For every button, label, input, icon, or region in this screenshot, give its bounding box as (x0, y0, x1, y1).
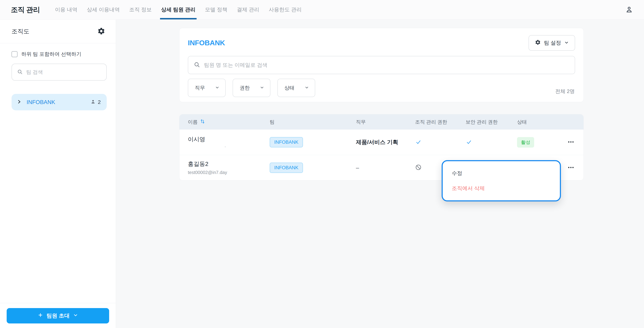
chevron-down-icon (305, 85, 309, 91)
team-panel: INFOBANK 팀 설정 (179, 28, 584, 102)
team-title: INFOBANK (188, 39, 225, 47)
plus-icon (38, 312, 43, 319)
chevron-down-icon (260, 85, 264, 91)
team-search-box (12, 64, 107, 80)
member-name-cell: 홍길동2 test00002@in7.day (188, 160, 270, 175)
filter-permission-label: 권한 (240, 84, 250, 92)
tab-usage-history[interactable]: 이용 내역 (55, 0, 77, 20)
org-settings-button[interactable] (97, 27, 105, 36)
top-tabs: 이용 내역 상세 이용내역 조직 정보 상세 팀원 관리 모델 정책 결제 관리… (55, 0, 302, 20)
org-admin-granted (415, 139, 466, 146)
row-actions-button[interactable] (566, 140, 576, 145)
sidebar-header: 조직도 (0, 20, 116, 43)
sidebar-title: 조직도 (12, 28, 30, 36)
tab-org-info[interactable]: 조직 정보 (129, 0, 152, 20)
member-role: – (356, 164, 415, 171)
top-navigation-bar: 조직 관리 이용 내역 상세 이용내역 조직 정보 상세 팀원 관리 모델 정책… (0, 0, 644, 20)
column-header-status: 상태 (517, 119, 566, 125)
column-header-role: 직무 (356, 119, 415, 125)
team-badge: INFOBANK (270, 137, 303, 148)
chevron-down-icon (73, 312, 78, 319)
search-icon (194, 62, 200, 68)
filter-permission-dropdown[interactable]: 권한 (232, 79, 270, 97)
team-panel-header: INFOBANK 팀 설정 (180, 28, 584, 51)
check-icon (415, 143, 422, 146)
filter-role-label: 직무 (195, 84, 205, 92)
column-header-org-admin: 조직 관리 권한 (415, 119, 466, 125)
include-subteams-label: 하위 팀 포함하여 선택하기 (21, 51, 81, 58)
team-settings-label: 팀 설정 (544, 39, 561, 46)
team-settings-button[interactable]: 팀 설정 (528, 35, 575, 51)
check-icon (466, 143, 472, 146)
include-subteams-option[interactable]: 하위 팀 포함하여 선택하기 (12, 51, 107, 58)
filter-row: 직무 권한 상태 (188, 79, 575, 97)
gear-icon (535, 39, 541, 46)
filter-role-dropdown[interactable]: 직무 (188, 79, 226, 97)
chevron-down-icon (564, 40, 569, 46)
invite-member-button[interactable]: 팀원 초대 (7, 308, 109, 324)
org-tree-item-infobank[interactable]: INFOBANK 2 (12, 94, 107, 110)
sidebar-body: 하위 팀 포함하여 선택하기 (0, 43, 116, 80)
ban-icon (415, 168, 422, 171)
organization-management-app: 조직 관리 이용 내역 상세 이용내역 조직 정보 상세 팀원 관리 모델 정책… (0, 0, 644, 328)
member-search-box (188, 56, 575, 74)
column-header-team: 팀 (270, 119, 356, 125)
row-actions-menu: 수정 조직에서 삭제 (442, 160, 561, 202)
member-icon (90, 99, 96, 105)
column-header-name[interactable]: 이름 (188, 119, 270, 125)
member-table-header: 이름 팀 직무 조직 관리 권한 보안 관리 권한 상태 (180, 114, 584, 130)
chevron-right-icon[interactable] (17, 100, 21, 105)
team-search-input[interactable] (26, 69, 101, 75)
menu-item-remove-from-org[interactable]: 조직에서 삭제 (443, 181, 560, 196)
member-name-cell: 이시영 - (188, 136, 270, 149)
user-account-button[interactable] (625, 6, 633, 14)
security-admin-granted (466, 139, 517, 146)
total-member-count: 전체 2명 (555, 88, 575, 95)
ellipsis-icon (568, 141, 574, 144)
chevron-down-icon (215, 85, 219, 91)
member-name: 이시영 (188, 136, 270, 143)
row-actions-button[interactable] (566, 165, 576, 170)
team-name: INFOBANK (26, 99, 55, 106)
tab-detailed-member-management[interactable]: 상세 팀원 관리 (161, 0, 196, 20)
sidebar-footer: 팀원 초대 (0, 303, 116, 328)
tab-usage-limit-management[interactable]: 사용한도 관리 (269, 0, 302, 20)
member-role: 제품/서비스 기획 (356, 138, 415, 146)
invite-member-label: 팀원 초대 (46, 312, 70, 320)
member-row: 이시영 - INFOBANK 제품/서비스 기획 (180, 130, 584, 155)
gear-icon (97, 27, 105, 36)
main-content: INFOBANK 팀 설정 (116, 20, 644, 328)
team-badge: INFOBANK (270, 162, 303, 173)
member-search-input[interactable] (204, 62, 569, 68)
column-name-label: 이름 (188, 119, 198, 125)
filter-status-dropdown[interactable]: 상태 (278, 79, 315, 97)
status-badge: 활성 (517, 137, 534, 148)
member-email: test00002@in7.day (188, 170, 270, 175)
member-count-value: 2 (98, 99, 101, 105)
org-tree-sidebar: 조직도 하위 팀 포함하여 선택하기 (0, 20, 116, 328)
tab-detailed-usage[interactable]: 상세 이용내역 (87, 0, 120, 20)
tab-model-policy[interactable]: 모델 정책 (205, 0, 228, 20)
member-email: - (224, 144, 270, 149)
tab-payment-management[interactable]: 결제 관리 (237, 0, 259, 20)
app-title: 조직 관리 (11, 5, 40, 14)
member-name: 홍길동2 (188, 160, 270, 168)
search-icon (17, 69, 23, 75)
sort-icon[interactable] (200, 119, 205, 125)
filter-status-label: 상태 (284, 84, 294, 92)
person-icon (625, 6, 633, 14)
ellipsis-icon (568, 166, 574, 169)
team-member-count: 2 (90, 99, 101, 105)
menu-item-edit[interactable]: 수정 (443, 166, 560, 181)
column-header-security-admin: 보안 관리 권한 (466, 119, 517, 125)
include-subteams-checkbox[interactable] (12, 51, 18, 57)
